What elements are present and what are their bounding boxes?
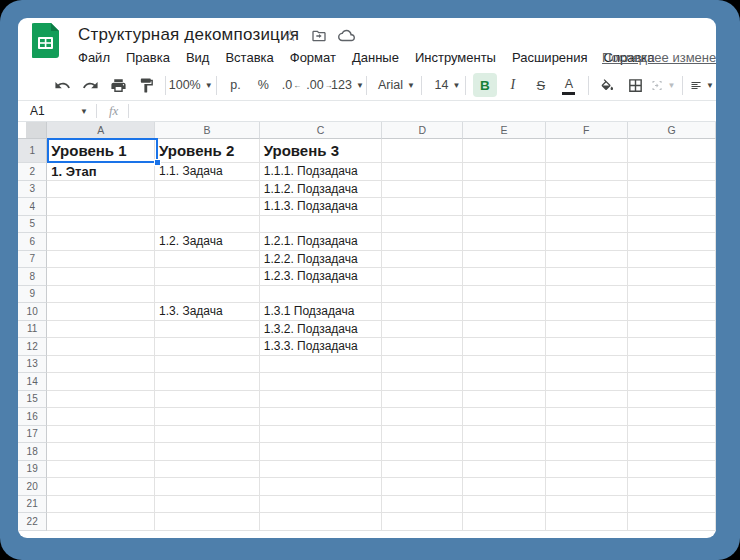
cell-C8[interactable]: 1.2.3. Подзадача [260,268,382,286]
cell-C10[interactable]: 1.3.1 Подзадача [260,303,382,321]
cell-A3[interactable] [47,181,155,199]
cell-G1[interactable] [628,139,716,163]
cell-C1[interactable]: Уровень 3 [260,139,382,163]
cell-E19[interactable] [463,461,545,479]
cell-D8[interactable] [382,268,463,286]
cell-F9[interactable] [546,286,628,304]
cell-D1[interactable] [382,139,463,163]
column-header-D[interactable]: D [382,122,463,139]
cell-E5[interactable] [463,216,545,234]
cell-E18[interactable] [463,443,545,461]
row-header-22[interactable]: 22 [18,513,47,531]
menu-1[interactable]: Файл [70,48,118,67]
star-icon[interactable]: ☆ [282,27,299,44]
cell-G16[interactable] [628,408,716,426]
row-header-8[interactable]: 8 [18,268,47,286]
increase-decimal-button[interactable]: .00→ [307,73,331,97]
cell-A15[interactable] [47,391,155,409]
row-header-13[interactable]: 13 [18,356,47,374]
last-edit-link[interactable]: Последнее изменен [602,50,716,65]
cell-A12[interactable] [47,338,155,356]
cell-D9[interactable] [382,286,463,304]
cell-E21[interactable] [463,496,545,514]
row-header-2[interactable]: 2 [18,163,47,181]
cell-A8[interactable] [47,268,155,286]
cell-C19[interactable] [260,461,382,479]
cell-G18[interactable] [628,443,716,461]
cell-G5[interactable] [628,216,716,234]
row-header-19[interactable]: 19 [18,461,47,479]
cell-D22[interactable] [382,513,463,531]
cell-D19[interactable] [382,461,463,479]
cell-E12[interactable] [463,338,545,356]
cell-A22[interactable] [47,513,155,531]
cell-G6[interactable] [628,233,716,251]
cell-B4[interactable] [155,198,260,216]
merge-cells-button[interactable]: ▼ [651,73,675,97]
row-header-3[interactable]: 3 [18,181,47,199]
cell-C16[interactable] [260,408,382,426]
cell-F11[interactable] [546,321,628,339]
cell-F19[interactable] [546,461,628,479]
row-header-5[interactable]: 5 [18,216,47,234]
cell-B16[interactable] [155,408,260,426]
row-header-11[interactable]: 11 [18,321,47,339]
cell-E10[interactable] [463,303,545,321]
cell-E15[interactable] [463,391,545,409]
cell-G19[interactable] [628,461,716,479]
row-header-20[interactable]: 20 [18,478,47,496]
cell-C6[interactable]: 1.2.1. Подзадача [260,233,382,251]
cell-G17[interactable] [628,426,716,444]
cell-C13[interactable] [260,356,382,374]
cell-G13[interactable] [628,356,716,374]
cell-D6[interactable] [382,233,463,251]
cell-A18[interactable] [47,443,155,461]
cell-F14[interactable] [546,373,628,391]
cell-G15[interactable] [628,391,716,409]
cell-B11[interactable] [155,321,260,339]
column-header-B[interactable]: B [155,122,260,139]
cell-B8[interactable] [155,268,260,286]
row-header-6[interactable]: 6 [18,233,47,251]
cell-G10[interactable] [628,303,716,321]
cell-C18[interactable] [260,443,382,461]
cell-D15[interactable] [382,391,463,409]
cell-A9[interactable] [47,286,155,304]
menu-7[interactable]: Инструменты [407,48,504,67]
cell-D10[interactable] [382,303,463,321]
row-header-1[interactable]: 1 [18,139,47,163]
font-select[interactable]: Arial▼ [374,73,414,97]
cell-G7[interactable] [628,251,716,269]
zoom-select[interactable]: 100%▼ [173,73,209,97]
cell-E7[interactable] [463,251,545,269]
menu-4[interactable]: Вставка [217,48,281,67]
redo-button[interactable] [78,73,102,97]
cell-A11[interactable] [47,321,155,339]
cell-C4[interactable]: 1.1.3. Подзадача [260,198,382,216]
cell-B3[interactable] [155,181,260,199]
cell-G22[interactable] [628,513,716,531]
horizontal-align-button[interactable]: ▼ [690,73,714,97]
cell-B21[interactable] [155,496,260,514]
cell-F13[interactable] [546,356,628,374]
text-color-button[interactable]: A [557,73,581,97]
cell-B22[interactable] [155,513,260,531]
cell-E6[interactable] [463,233,545,251]
column-header-A[interactable]: A [47,122,155,139]
cell-B2[interactable]: 1.1. Задача [155,163,260,181]
cell-F16[interactable] [546,408,628,426]
print-button[interactable] [106,73,130,97]
row-header-16[interactable]: 16 [18,408,47,426]
menu-3[interactable]: Вид [178,48,218,67]
cell-E3[interactable] [463,181,545,199]
cell-C11[interactable]: 1.3.2. Подзадача [260,321,382,339]
cell-C15[interactable] [260,391,382,409]
column-header-F[interactable]: F [546,122,628,139]
row-header-15[interactable]: 15 [18,391,47,409]
strikethrough-button[interactable]: S [529,73,553,97]
cell-E14[interactable] [463,373,545,391]
currency-format-button[interactable]: р. [223,73,247,97]
cloud-saved-icon[interactable] [338,27,355,44]
row-header-9[interactable]: 9 [18,286,47,304]
cell-A17[interactable] [47,426,155,444]
